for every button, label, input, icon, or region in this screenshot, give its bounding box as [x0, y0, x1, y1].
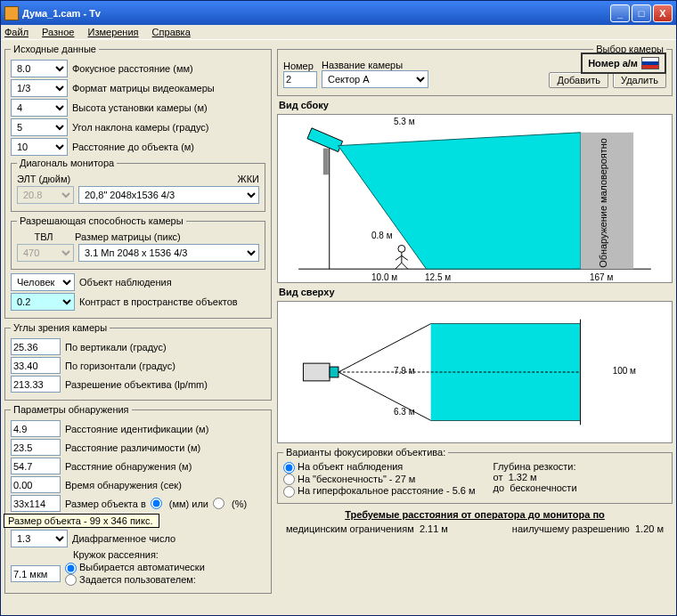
maximize-button[interactable]: □: [632, 4, 651, 22]
focus-infinity-radio[interactable]: [283, 474, 295, 485]
resolution-legend: Разрешающая способность камеры: [17, 215, 186, 226]
detection-legend: Параметры обнаружения: [11, 404, 132, 415]
tilt-select[interactable]: 5: [11, 118, 68, 136]
det-dist-field[interactable]: [11, 458, 61, 474]
minimize-button[interactable]: _: [610, 4, 630, 22]
obj-size-label: Размер объекта в: [65, 498, 146, 509]
height-select[interactable]: 4: [11, 99, 68, 117]
id-dist-field[interactable]: [11, 420, 61, 437]
focus-hyperfocal-radio[interactable]: [283, 486, 295, 498]
menu-measurements[interactable]: Измерения: [88, 27, 139, 37]
contrast-label: Контраст в пространстве объектов: [79, 296, 238, 307]
coc-auto-radio[interactable]: [65, 563, 77, 574]
svg-line-10: [402, 255, 408, 260]
rec-dist-field[interactable]: [11, 439, 61, 456]
aperture-select[interactable]: 1.3: [11, 530, 68, 547]
window-title: Дума_1.cam - Tv: [22, 8, 608, 19]
object-type-label: Объект наблюдения: [79, 277, 172, 288]
angles-group: Углы зрения камеры По вертикали (градус)…: [4, 322, 272, 401]
format-select[interactable]: 1/3: [11, 79, 68, 97]
svg-line-9: [396, 255, 402, 260]
delete-button[interactable]: Удалить: [613, 72, 666, 88]
svg-line-12: [402, 263, 408, 269]
matrix-label: Размер матрицы (пикс): [75, 231, 181, 242]
matrix-select[interactable]: 3.1 Мп 2048 x 1536 4/3: [78, 244, 259, 262]
tvl-label: ТВЛ: [17, 231, 70, 242]
height-label: Высота установки камеры (м): [72, 102, 208, 113]
horiz-angle-label: По горизонтали (градус): [65, 361, 175, 371]
cam-name-select[interactable]: Сектор А: [322, 70, 428, 88]
menu-help[interactable]: Справка: [152, 27, 191, 37]
detection-group: Параметры обнаружения Расстояние идентиф…: [4, 404, 272, 594]
required-dist-title: Требуемые расстояния от оператора до мон…: [345, 509, 605, 520]
menu-misc[interactable]: Разное: [42, 27, 74, 37]
source-legend: Исходные данные: [11, 44, 99, 54]
object-type-select[interactable]: Человек: [11, 273, 75, 291]
distance-select[interactable]: 10: [11, 138, 68, 156]
side-view-title: Вид сбоку: [279, 100, 671, 110]
flag-icon: [641, 57, 659, 69]
top-view-diagram: 7.9 м 6.3 м 100 м: [277, 301, 673, 443]
tooltip: Размер объекта - 99 x 346 пикс.: [4, 514, 159, 528]
det-time-label: Время обнаружения (сек): [65, 480, 182, 490]
svg-rect-14: [330, 367, 338, 377]
app-icon: [4, 6, 19, 20]
angles-legend: Углы зрения камеры: [11, 322, 110, 333]
obj-size-field[interactable]: [11, 495, 61, 512]
resolution-group: Разрешающая способность камеры ТВЛРазмер…: [11, 215, 265, 270]
tilt-label: Угол наклона камеры (градус): [72, 122, 208, 133]
crt-select[interactable]: 20.8: [17, 186, 74, 204]
monitor-legend: Диагональ монитора: [17, 158, 117, 168]
monitor-group: Диагональ монитора ЭЛТ (дюйм)ЖКИ 20.820,…: [11, 158, 265, 212]
horiz-angle-field[interactable]: [11, 357, 61, 374]
add-button[interactable]: Добавить: [549, 72, 608, 88]
tvl-select[interactable]: 470: [17, 244, 74, 262]
vehicle-number-button[interactable]: Номер а/м: [581, 53, 666, 74]
top-view-title: Вид сверху: [279, 287, 671, 297]
crt-label: ЭЛТ (дюйм): [17, 174, 70, 184]
id-dist-label: Расстояние идентификации (м): [65, 424, 208, 434]
det-time-field[interactable]: [11, 476, 61, 493]
mm-radio[interactable]: [151, 498, 162, 509]
svg-rect-3: [323, 149, 329, 175]
format-label: Формат матрицы видеокамеры: [72, 83, 215, 93]
svg-point-7: [398, 245, 405, 252]
lens-res-field[interactable]: [11, 376, 61, 393]
svg-line-11: [396, 263, 402, 269]
focal-select[interactable]: 8.0: [11, 60, 68, 77]
focal-label: Фокусное расстояние (мм): [72, 63, 193, 74]
svg-marker-2: [307, 128, 343, 152]
vert-angle-field[interactable]: [11, 338, 61, 355]
cam-name-label: Название камеры: [322, 60, 544, 70]
side-view-diagram: Обнаружение маловероятно 5.3 м 0.8 м 10.…: [277, 114, 673, 283]
dof-label: Глубина резкости:: [493, 461, 577, 472]
focus-object-radio[interactable]: [283, 462, 295, 474]
menubar: Файл Разное Измерения Справка: [1, 25, 676, 40]
coc-manual-radio[interactable]: [65, 574, 77, 586]
circle-label: Кружок рассеяния:: [73, 549, 159, 560]
cam-num-label: Номер: [283, 61, 317, 71]
svg-marker-4: [338, 133, 581, 269]
lcd-label: ЖКИ: [238, 174, 259, 184]
det-dist-label: Расстяние обнаружения (м): [65, 461, 192, 472]
svg-text:Обнаружение маловероятно: Обнаружение маловероятно: [598, 138, 608, 267]
svg-rect-13: [303, 363, 330, 381]
menu-file[interactable]: Файл: [4, 27, 29, 37]
contrast-select[interactable]: 0.2: [11, 293, 75, 311]
source-data-group: Исходные данные 8.0Фокусное расстояние (…: [4, 44, 272, 319]
lcd-select[interactable]: 20,8" 2048x1536 4/3: [78, 186, 259, 204]
camera-select-group: Выбор камеры Номер Название камерыСектор…: [277, 44, 673, 96]
vert-angle-label: По вертикали (градус): [65, 342, 167, 353]
lens-res-label: Разрешение объектива (lp/mm): [65, 379, 208, 390]
distance-label: Расстояние до объекта (м): [72, 142, 194, 152]
focus-legend: Варианты фокусировки объектива:: [283, 447, 448, 458]
titlebar: Дума_1.cam - Tv _ □ X: [1, 1, 676, 25]
aperture-label: Диафрагменное число: [72, 533, 175, 544]
coc-field[interactable]: [11, 565, 61, 582]
close-button[interactable]: X: [653, 4, 673, 22]
cam-num-field[interactable]: [283, 71, 317, 88]
rec-dist-label: Расстояние различимости (м): [65, 442, 200, 453]
pct-radio[interactable]: [213, 498, 224, 509]
focus-group: Варианты фокусировки объектива: На объек…: [277, 447, 673, 504]
